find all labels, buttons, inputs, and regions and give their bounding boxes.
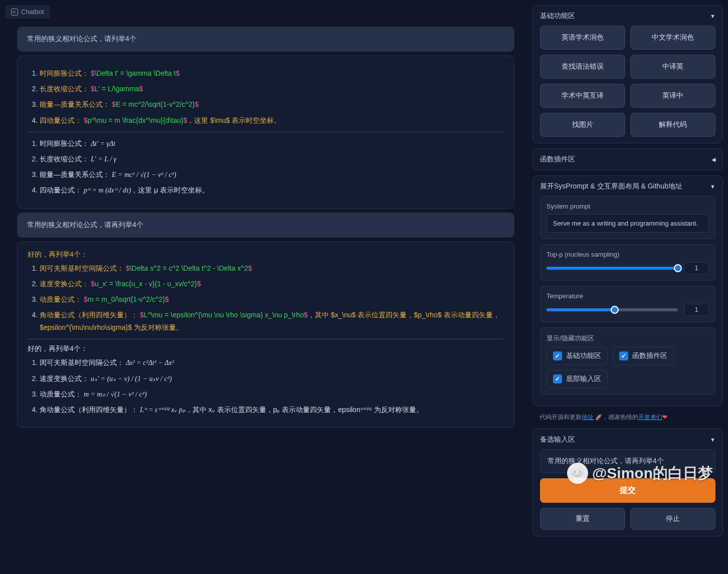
fn-english-polish[interactable]: 英语学术润色 <box>540 26 625 50</box>
bot-message: 好的，再列举4个： 闵可夫斯基时空间隔公式： $\Delta s^2 = c^2… <box>17 242 514 428</box>
fn-explain-code[interactable]: 解释代码 <box>630 113 715 137</box>
topp-label: Top-p (nucleus sampling) <box>547 251 709 258</box>
chevron-down-icon: ▼ <box>710 437 715 443</box>
fn-chinese-polish[interactable]: 中文学术润色 <box>630 26 715 50</box>
topp-slider[interactable] <box>547 267 678 270</box>
fn-grammar[interactable]: 查找语法错误 <box>540 55 625 79</box>
chatbot-tab[interactable]: Chatbot <box>5 5 50 19</box>
fn-zh2en[interactable]: 中译英 <box>630 55 715 79</box>
chevron-left-icon: ◀ <box>711 156 715 163</box>
checkbox-icon: ✓ <box>619 351 628 360</box>
temperature-label: Temperature <box>547 292 709 300</box>
chat-history: 常用的狭义相对论公式，请列举4个 时间膨胀公式： $\Delta t' = \g… <box>5 19 526 569</box>
bot-message: 时间膨胀公式： $\Delta t' = \gamma \Delta t$ 长度… <box>17 56 514 209</box>
input-panel-header[interactable]: 备选输入区 ▼ <box>540 435 715 444</box>
basic-panel: 基础功能区 ▼ 英语学术润色 中文学术润色 查找语法错误 中译英 学术中英互译 … <box>532 5 723 143</box>
devs-link[interactable]: 开发者们 <box>638 414 662 421</box>
system-prompt-label: System prompt <box>547 203 709 210</box>
toggle-label: 显示/隐藏功能区 <box>547 334 709 343</box>
plugins-panel: 函数插件区 ◀ <box>532 148 723 170</box>
alt-input[interactable]: 常用的狭义相对论公式，请再列举4个 <box>540 449 715 473</box>
sysprompt-panel-header[interactable]: 展开SysPrompt & 交互界面布局 & Github地址 ▼ <box>540 182 715 191</box>
system-prompt-input[interactable]: Serve me as a writing and programming as… <box>547 214 709 233</box>
temperature-slider[interactable] <box>547 308 678 311</box>
checkbox-icon: ✓ <box>553 374 562 384</box>
stop-button[interactable]: 停止 <box>630 508 715 530</box>
chat-icon <box>11 9 18 16</box>
submit-button[interactable]: 提交 <box>540 478 715 503</box>
reset-button[interactable]: 重置 <box>540 508 625 530</box>
topp-value: 1 <box>684 262 709 274</box>
panel-title: 备选输入区 <box>540 435 575 444</box>
panel-title: 展开SysPrompt & 交互界面布局 & Github地址 <box>540 182 682 191</box>
footer-note: 代码开源和更新地址 🚀，感谢热情的开发者们❤ <box>532 411 723 424</box>
repo-link[interactable]: 地址 <box>582 414 594 421</box>
chevron-down-icon: ▼ <box>710 183 715 189</box>
user-message: 常用的狭义相对论公式，请再列举4个 <box>17 213 514 238</box>
fn-en2zh[interactable]: 英译中 <box>630 84 715 108</box>
panel-title: 基础功能区 <box>540 12 575 21</box>
checkbox-icon: ✓ <box>553 351 562 360</box>
user-message: 常用的狭义相对论公式，请列举4个 <box>17 27 514 52</box>
check-input[interactable]: ✓底部输入区 <box>547 370 608 388</box>
tab-label: Chatbot <box>21 8 44 16</box>
basic-panel-header[interactable]: 基础功能区 ▼ <box>540 12 715 21</box>
sysprompt-panel: 展开SysPrompt & 交互界面布局 & Github地址 ▼ System… <box>532 175 723 406</box>
plugins-panel-header[interactable]: 函数插件区 ◀ <box>540 155 715 164</box>
chevron-down-icon: ▼ <box>710 13 715 19</box>
fn-academic-trans[interactable]: 学术中英互译 <box>540 84 625 108</box>
temperature-value: 1 <box>684 304 709 316</box>
fn-find-image[interactable]: 找图片 <box>540 113 625 137</box>
check-basic[interactable]: ✓基础功能区 <box>547 347 608 365</box>
check-plugins[interactable]: ✓函数插件区 <box>613 347 674 365</box>
panel-title: 函数插件区 <box>540 155 575 164</box>
input-panel: 备选输入区 ▼ 常用的狭义相对论公式，请再列举4个 提交 重置 停止 <box>532 429 723 536</box>
